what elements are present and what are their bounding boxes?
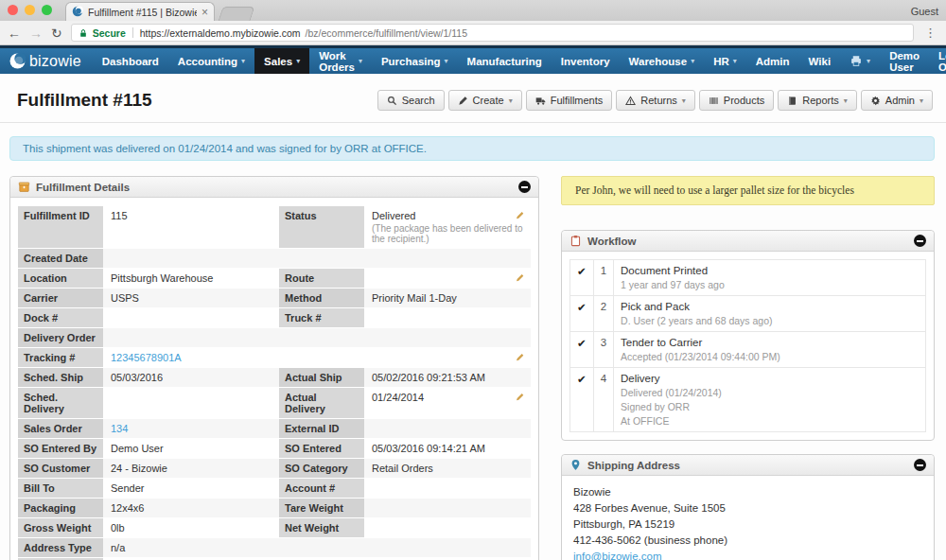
new-tab-button[interactable] xyxy=(219,7,255,21)
nav-item-dashboard[interactable]: Dashboard xyxy=(93,48,168,74)
value-link[interactable]: 134 xyxy=(111,423,128,434)
sticky-note: Per John, we will need to use a larger p… xyxy=(561,176,935,205)
chevron-down-icon: ▾ xyxy=(733,57,737,65)
field-value: 05/02/2016 09:21:53 AM xyxy=(364,368,531,387)
forward-icon[interactable]: → xyxy=(29,26,43,40)
toolbar-button-admin[interactable]: Admin▾ xyxy=(861,90,933,111)
field-value: 01/24/2014 xyxy=(364,388,531,418)
print-menu[interactable]: ▾ xyxy=(840,48,880,74)
email-link[interactable]: info@bizowie.com xyxy=(573,551,662,560)
value-text: Sender xyxy=(111,482,144,494)
value-text: 12x4x6 xyxy=(111,502,144,514)
clipboard-icon xyxy=(569,235,582,247)
nav-item-wiki[interactable]: Wiki xyxy=(799,48,841,74)
button-label: Products xyxy=(724,95,764,106)
nav-item-sales[interactable]: Sales▾ xyxy=(254,48,309,74)
bizowie-logo[interactable]: bizowie xyxy=(9,48,81,74)
toolbar-button-fulfillments[interactable]: Fulfillments xyxy=(526,90,613,111)
detail-row-carrier: CarrierUSPSMethodPriority Mail 1-Day xyxy=(18,289,531,307)
detail-row-so-customer: SO Customer24 - BizowieSO CategoryRetail… xyxy=(18,459,531,478)
window-zoom-button[interactable] xyxy=(42,5,52,15)
value-text: 24 - Bizowie xyxy=(111,463,167,474)
workflow-step-document-printed: ✔1Document Printed1 year and 97 days ago xyxy=(570,260,926,296)
field-label: Status xyxy=(279,206,364,248)
step-description: DeliveryDelivered (01/24/2014)Signed by … xyxy=(614,368,926,432)
value-text: Delivered xyxy=(372,210,415,221)
value-text: 0lb xyxy=(111,522,125,534)
value-text xyxy=(372,502,375,514)
browser-tab[interactable]: Fulfillment #115 | Bizowie Dem × xyxy=(65,2,215,21)
address-line: Pittsburgh, PA 15219 xyxy=(573,516,922,533)
value-text xyxy=(372,423,375,434)
lock-icon xyxy=(79,28,88,38)
page-content: Fulfillment #115 SearchCreate▾Fulfillmen… xyxy=(0,74,946,560)
url-domain: https://externaldemo.mybizowie.com xyxy=(140,27,301,39)
value-text xyxy=(111,392,114,403)
nav-item-warehouse[interactable]: Warehouse▾ xyxy=(620,48,705,74)
nav-item-label: Manufacturing xyxy=(467,56,542,67)
step-detail: Accepted (01/23/2014 09:44:00 PM) xyxy=(621,351,919,362)
edit-icon[interactable] xyxy=(515,352,525,362)
nav-item-label: Wiki xyxy=(809,56,832,67)
tab-strip: Fulfillment #115 | Bizowie Dem × Guest xyxy=(0,0,946,21)
workflow-step-delivery: ✔4DeliveryDelivered (01/24/2014)Signed b… xyxy=(570,368,926,432)
value-text xyxy=(111,253,114,264)
toolbar-button-search[interactable]: Search xyxy=(377,90,445,111)
edit-icon[interactable] xyxy=(515,392,525,402)
detail-row-dock-: Dock # Truck # xyxy=(18,308,531,327)
field-label: Delivery Order xyxy=(18,328,103,347)
field-label: SO Entered By xyxy=(18,439,103,458)
collapse-button[interactable] xyxy=(914,235,926,247)
field-label: Created Date xyxy=(18,249,103,268)
detail-row-address-type: Address Typen/a xyxy=(18,538,531,557)
step-title: Pick and Pack xyxy=(621,301,919,312)
field-value xyxy=(103,249,531,268)
nav-item-purchasing[interactable]: Purchasing▾ xyxy=(372,48,458,74)
field-value: 24 - Bizowie xyxy=(103,459,279,478)
chevron-down-icon: ▾ xyxy=(359,57,362,65)
nav-item-manufacturing[interactable]: Manufacturing xyxy=(458,48,552,74)
logout-button[interactable]: Log Out xyxy=(929,48,946,74)
value-link[interactable]: 12345678901A xyxy=(111,352,182,363)
toolbar-button-create[interactable]: Create▾ xyxy=(448,90,522,111)
toolbar-button-reports[interactable]: Reports▾ xyxy=(778,90,857,111)
reload-icon[interactable]: ↻ xyxy=(51,26,62,40)
nav-item-hr[interactable]: HR▾ xyxy=(704,48,746,74)
edit-icon[interactable] xyxy=(515,210,525,220)
toolbar-button-returns[interactable]: Returns▾ xyxy=(616,90,695,111)
button-label: Search xyxy=(402,95,435,106)
field-value xyxy=(364,499,531,517)
window-controls xyxy=(8,0,52,21)
profile-label[interactable]: Guest xyxy=(911,6,938,21)
toolbar-button-products[interactable]: Products xyxy=(699,90,774,111)
chevron-down-icon: ▾ xyxy=(867,57,870,65)
user-menu[interactable]: Demo User xyxy=(880,48,929,74)
address-bar[interactable]: Secure https://externaldemo.mybizowie.co… xyxy=(71,24,914,42)
field-label: Fulfillment ID xyxy=(18,206,103,248)
detail-row-tracking-: Tracking #12345678901A xyxy=(18,348,531,367)
workflow-panel: Workflow ✔1Document Printed1 year and 97… xyxy=(561,230,935,441)
window-close-button[interactable] xyxy=(8,5,18,15)
back-icon[interactable]: ← xyxy=(8,26,21,40)
browser-menu-icon[interactable]: ⋮ xyxy=(922,26,938,40)
nav-item-work-orders[interactable]: Work Orders▾ xyxy=(309,48,372,74)
window-minimize-button[interactable] xyxy=(25,5,35,15)
close-icon[interactable]: × xyxy=(201,7,208,18)
nav-item-admin[interactable]: Admin xyxy=(746,48,799,74)
field-label: SO Customer xyxy=(18,459,103,478)
nav-item-label: Work Orders xyxy=(319,50,355,73)
edit-icon[interactable] xyxy=(515,272,525,283)
url-path: /bz/ecommerce/fulfillment/view/1/115 xyxy=(306,27,467,39)
shipping-address-panel: Shipping Address Bizowie428 Forbes Avenu… xyxy=(561,454,935,560)
nav-item-accounting[interactable]: Accounting▾ xyxy=(168,48,254,74)
collapse-button[interactable] xyxy=(914,459,926,471)
detail-row-sched-delivery: Sched. Delivery Actual Delivery01/24/201… xyxy=(18,388,531,418)
step-number: 1 xyxy=(593,260,613,296)
nav-item-label: Dashboard xyxy=(102,56,159,67)
field-label: Route xyxy=(279,269,364,288)
collapse-button[interactable] xyxy=(518,181,531,193)
nav-item-label: HR xyxy=(713,56,729,67)
field-label: Actual Ship xyxy=(279,368,364,387)
nav-item-inventory[interactable]: Inventory xyxy=(552,48,620,74)
step-title: Document Printed xyxy=(621,265,919,276)
